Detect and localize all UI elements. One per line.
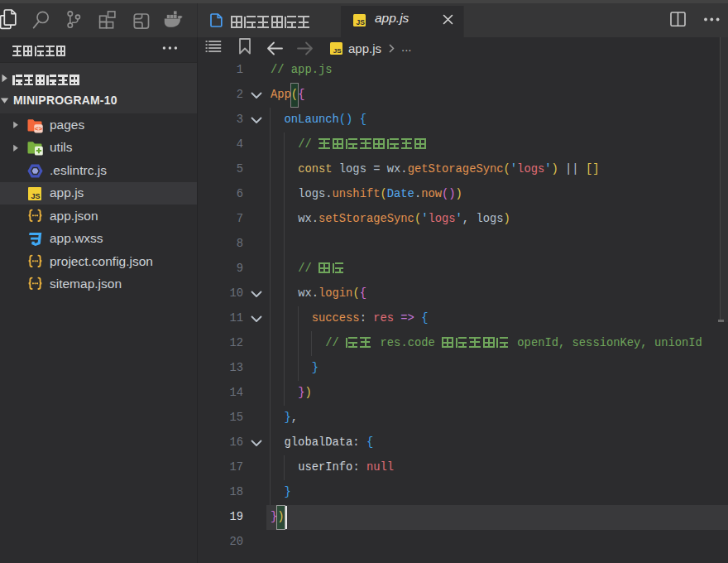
svg-text:<>: <> — [35, 125, 43, 132]
